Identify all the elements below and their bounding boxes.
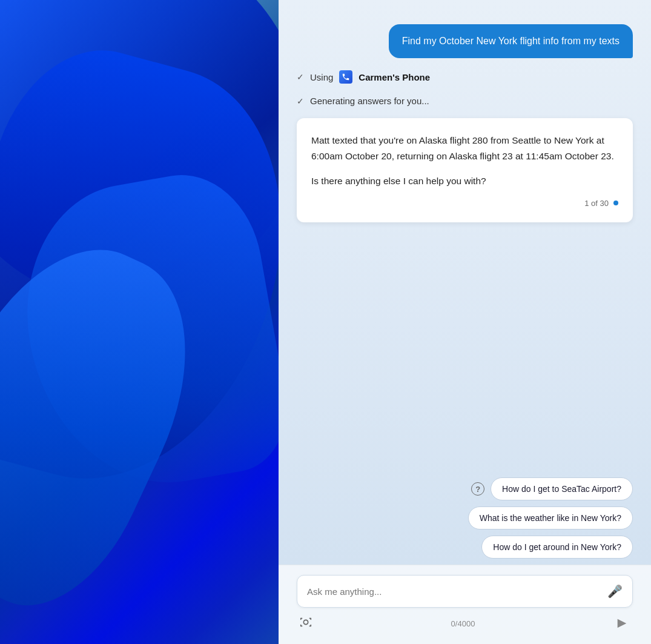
- user-message-bubble: Find my October New York flight info fro…: [389, 24, 633, 58]
- status-generating-item: ✓ Generating answers for you...: [297, 96, 633, 106]
- microphone-icon[interactable]: 🎤: [607, 584, 623, 599]
- response-paragraph-2: Is there anything else I can help you wi…: [311, 173, 618, 189]
- input-area: 🎤 0/4000: [279, 565, 651, 644]
- status-generating-text: Generating answers for you...: [310, 96, 429, 106]
- response-text: Matt texted that you're on Alaska flight…: [311, 133, 618, 189]
- input-box: 🎤: [297, 575, 633, 608]
- suggestion-chip-3[interactable]: How do I get around in New York?: [481, 536, 633, 559]
- suggestion-chip-1[interactable]: How do I get to SeaTac Airport?: [491, 477, 633, 500]
- footer-dot: [613, 201, 618, 205]
- response-footer: 1 of 30: [311, 199, 618, 208]
- first-suggestion-row: ? How do I get to SeaTac Airport?: [471, 477, 633, 500]
- phone-name-label: Carmen's Phone: [359, 72, 430, 82]
- question-icon: ?: [471, 482, 484, 496]
- suggestion-chip-2[interactable]: What is the weather like in New York?: [468, 506, 633, 529]
- char-count: 0/4000: [451, 619, 475, 628]
- chat-input[interactable]: [307, 586, 600, 597]
- suggestions-section: ? How do I get to SeaTac Airport? What i…: [279, 471, 651, 565]
- check-icon-2: ✓: [297, 96, 304, 106]
- chat-area: Find my October New York flight info fro…: [279, 0, 651, 471]
- response-paragraph-1: Matt texted that you're on Alaska flight…: [311, 133, 618, 164]
- check-icon-1: ✓: [297, 72, 304, 82]
- phone-icon: [339, 70, 352, 84]
- response-card: Matt texted that you're on Alaska flight…: [297, 118, 633, 222]
- send-button[interactable]: [613, 615, 630, 632]
- result-count: 1 of 30: [584, 199, 609, 208]
- assistant-panel: Find my October New York flight info fro…: [279, 0, 651, 644]
- user-message-text: Find my October New York flight info fro…: [402, 36, 620, 46]
- svg-point-0: [303, 620, 308, 624]
- wallpaper-panel: [0, 0, 279, 644]
- camera-icon[interactable]: [299, 616, 312, 632]
- status-using-label: Using: [310, 72, 333, 82]
- status-phone-item: ✓ Using Carmen's Phone: [297, 70, 633, 84]
- input-footer: 0/4000: [297, 615, 633, 632]
